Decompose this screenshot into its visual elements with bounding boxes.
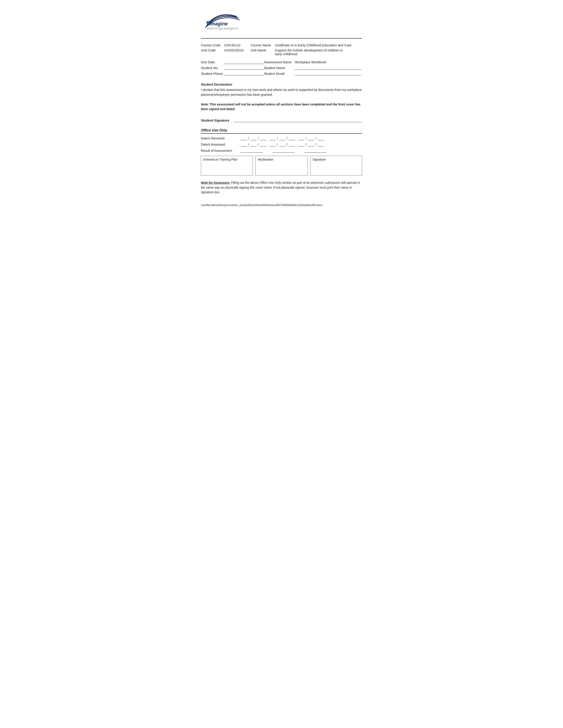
unit-name-value: Support the holistic development of chil…: [275, 48, 362, 56]
student-phone-input[interactable]: [224, 71, 264, 75]
due-date-field: [224, 59, 264, 65]
student-no-input[interactable]: [224, 66, 264, 70]
student-no-name-row: Student No. Student Name: [201, 65, 362, 71]
date-r1-y[interactable]: [260, 136, 266, 140]
box1-label: Entered on Training Plan: [203, 158, 237, 161]
entered-training-plan-box[interactable]: Entered on Training Plan: [201, 156, 253, 176]
logo-svg: imagine EDUCATION AUSTRALIA: [201, 9, 245, 31]
office-divider: [201, 133, 362, 134]
student-name-input[interactable]: [295, 66, 361, 70]
unit-name-label: Unit Name: [250, 48, 275, 56]
course-info-table: Course Code CHC30113 Course Name Certifi…: [201, 43, 362, 56]
date-a1-m[interactable]: [250, 143, 256, 146]
logo-area: imagine EDUCATION AUSTRALIA: [201, 9, 362, 32]
course-code-row: Course Code CHC30113 Course Name Certifi…: [201, 43, 362, 48]
date-a2-m[interactable]: [279, 143, 285, 146]
due-date-input[interactable]: [224, 60, 264, 64]
declaration-section: Student Declaration I declare that this …: [201, 83, 362, 97]
date-r3-y[interactable]: [318, 136, 324, 140]
office-title: Office Use Only: [201, 128, 362, 132]
dates-received-3: / /: [298, 136, 325, 140]
dates-received-label: Date/s Received:: [201, 137, 238, 140]
unit-code-value: CHCECE010: [224, 48, 250, 56]
dates-received-2: / /: [269, 136, 296, 140]
student-phone-label: Student Phone: [201, 71, 224, 76]
date-a3-m[interactable]: [308, 143, 314, 146]
date-r3-d[interactable]: [298, 136, 304, 140]
top-divider: [201, 38, 362, 39]
date-r2-y[interactable]: [289, 136, 295, 140]
student-name-field: [295, 65, 362, 71]
student-phone-field: [224, 71, 264, 76]
course-name-label: Course Name: [250, 43, 275, 48]
note-text: Note: This assessment will not be accept…: [201, 102, 362, 112]
unit-code-label: Unit Code: [201, 48, 224, 56]
course-code-label: Course Code: [201, 43, 224, 48]
unit-name-line2: early childhood: [275, 52, 297, 56]
date-r1-d[interactable]: [241, 136, 247, 140]
date-a1-y[interactable]: [260, 143, 266, 146]
date-a1-d[interactable]: [241, 143, 247, 146]
date-r2-m[interactable]: [279, 136, 285, 140]
student-phone-email-row: Student Phone Student Email: [201, 71, 362, 76]
svg-point-3: [219, 29, 231, 31]
boxes-row: Entered on Training Plan Moderation Sign…: [201, 156, 362, 176]
declaration-title: Student Declaration: [201, 83, 362, 86]
signature-section: Student Signature: [201, 118, 362, 122]
assessor-note: Note for Assessors: Filling out the abov…: [201, 180, 362, 195]
dates-assessed-label: Date/s Assessed:: [201, 143, 238, 146]
due-date-assessment-row: Due Date Assessment Name Workplace Workb…: [201, 59, 362, 65]
signature-box[interactable]: Signature: [310, 156, 362, 176]
student-name-label: Student Name: [264, 65, 295, 71]
date-r2-d[interactable]: [269, 136, 275, 140]
unit-name-line1: Support the holistic development of chil…: [275, 48, 343, 52]
course-name-value: Certificate III in Early Childhood Educa…: [275, 43, 362, 48]
office-section: Office Use Only Date/s Received: / / / /…: [201, 128, 362, 176]
date-a3-d[interactable]: [298, 143, 304, 146]
note-content: Note: This assessment will not be accept…: [201, 103, 361, 111]
student-email-input[interactable]: [295, 71, 361, 75]
signature-row: Student Signature: [201, 118, 362, 122]
declaration-text: I declare that this assessment is my own…: [201, 88, 362, 97]
due-date-label: Due Date: [201, 59, 224, 65]
dates-assessed-row: Date/s Assessed: / / / / / /: [201, 143, 362, 146]
svg-text:EDUCATION AUSTRALIA: EDUCATION AUSTRALIA: [207, 27, 238, 30]
result-field-1[interactable]: [241, 149, 263, 153]
date-a2-y[interactable]: [289, 143, 295, 146]
svg-point-0: [206, 21, 209, 24]
footer-path: /var/filecabinet/temp/converter_assets/9…: [201, 204, 362, 207]
box3-label: Signature: [313, 158, 326, 161]
dates-assessed-1: / /: [241, 143, 267, 146]
student-no-label: Student No.: [201, 65, 224, 71]
dates-received-row: Date/s Received: / / / / / /: [201, 136, 362, 140]
date-a3-y[interactable]: [318, 143, 324, 146]
unit-code-row: Unit Code CHCECE010 Unit Name Support th…: [201, 48, 362, 56]
dates-assessed-3: / /: [298, 143, 325, 146]
dates-assessed-2: / /: [269, 143, 296, 146]
moderation-box[interactable]: Moderation: [255, 156, 307, 176]
box2-label: Moderation: [258, 158, 273, 161]
assessment-name-label: Assessment Name: [264, 59, 295, 65]
assessor-note-prefix: Note for Assessors:: [201, 181, 230, 184]
svg-text:imagine: imagine: [209, 21, 227, 26]
result-field-3[interactable]: [304, 149, 326, 153]
student-no-field: [224, 65, 264, 71]
result-label: Result of Assessment:: [201, 149, 238, 152]
note-section: Note: This assessment will not be accept…: [201, 102, 362, 112]
signature-label: Student Signature: [201, 118, 229, 122]
course-code-value: CHC30113: [224, 43, 250, 48]
date-r1-m[interactable]: [250, 136, 256, 140]
result-field-2[interactable]: [272, 149, 295, 153]
logo-container: imagine EDUCATION AUSTRALIA: [201, 9, 245, 32]
result-row: Result of Assessment:: [201, 149, 362, 153]
student-email-field: [295, 71, 362, 76]
signature-line[interactable]: [234, 118, 362, 122]
date-a2-d[interactable]: [269, 143, 275, 146]
student-email-label: Student Email: [264, 71, 295, 76]
dates-received-1: / /: [241, 136, 267, 140]
fields-table: Due Date Assessment Name Workplace Workb…: [201, 59, 362, 76]
date-r3-m[interactable]: [308, 136, 314, 140]
assessment-name-value: Workplace Workbook: [295, 59, 362, 65]
